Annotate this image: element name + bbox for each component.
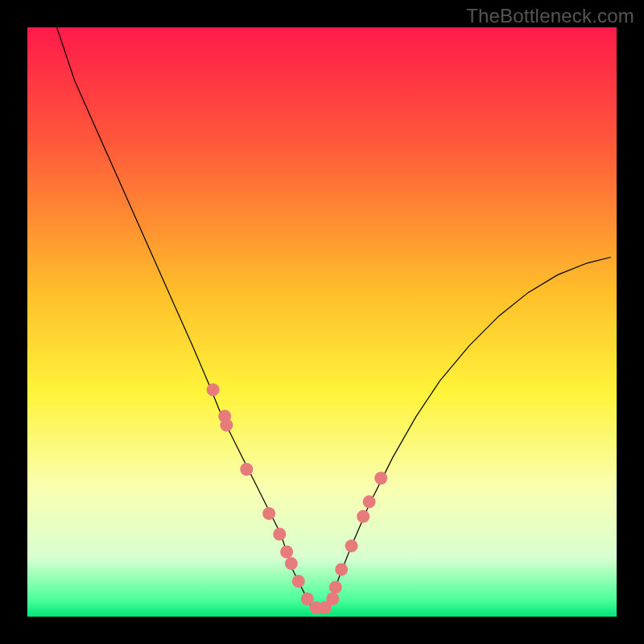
highlight-point [363, 495, 376, 508]
highlight-point [357, 510, 369, 523]
highlight-point [280, 546, 293, 559]
highlight-point [262, 507, 275, 520]
chart-frame: TheBottleneck.com [0, 0, 644, 644]
watermark-text: TheBottleneck.com [466, 5, 634, 27]
highlight-point [207, 383, 220, 396]
highlight-point [273, 528, 286, 541]
highlight-point [240, 463, 253, 476]
highlight-point [220, 419, 233, 431]
chart-background [27, 27, 617, 617]
highlight-point [329, 580, 342, 593]
highlight-point [326, 592, 339, 605]
chart-svg [27, 27, 617, 617]
highlight-point [374, 472, 387, 485]
highlight-point [292, 575, 305, 588]
highlight-point [335, 563, 348, 576]
highlight-point [285, 557, 298, 570]
highlight-point [345, 539, 358, 552]
plot-area [27, 27, 617, 617]
